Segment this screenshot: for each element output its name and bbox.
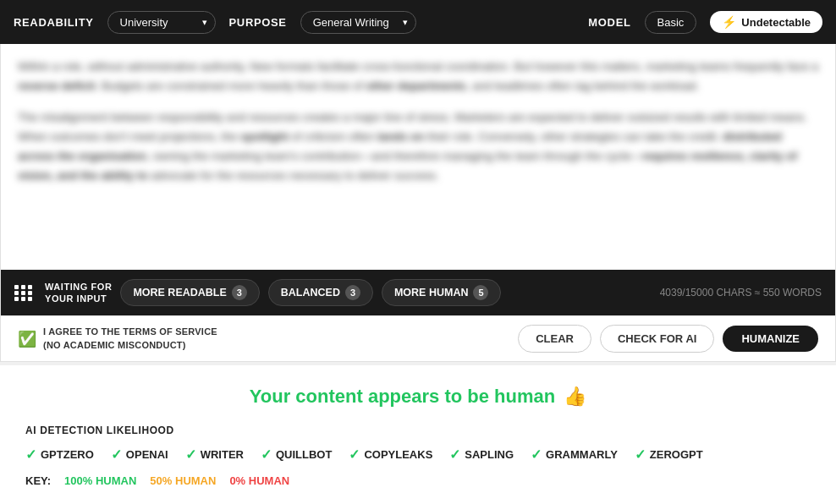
detection-section: AI DETECTION LIKELIHOOD ✓ GPTZERO ✓ OPEN… xyxy=(25,425,811,487)
more-readable-button[interactable]: MORE READABLE 3 xyxy=(120,279,259,306)
balanced-badge: 3 xyxy=(345,285,360,300)
readability-select-wrap: University High School Middle School Ele… xyxy=(107,11,216,34)
main-editor-area: Within a role, without administrative au… xyxy=(0,44,836,362)
clear-button[interactable]: CLEAR xyxy=(518,325,591,353)
purpose-label: PURPOSE xyxy=(229,16,287,29)
purpose-select-wrap: General Writing Essay Article Marketing … xyxy=(300,11,416,34)
detector-grammarly: ✓ GRAMMARLY xyxy=(531,446,618,463)
basic-model-button[interactable]: Basic xyxy=(645,11,697,34)
status-text: Your content appears to be human xyxy=(250,386,555,408)
detector-quillbot: ✓ QUILLBOT xyxy=(261,446,332,463)
terms-checkbox-wrap: ✅ I AGREE TO THE TERMS OF SERVICE (NO AC… xyxy=(18,326,217,352)
toolbar: READABILITY University High School Middl… xyxy=(0,0,836,44)
paragraph-2: The misalignment between responsibility … xyxy=(18,108,818,186)
key-0-human: 0% HUMAN xyxy=(229,474,289,487)
mode-bar: WAITING FOR YOUR INPUT MORE READABLE 3 B… xyxy=(1,270,835,315)
agreement-bar: ✅ I AGREE TO THE TERMS OF SERVICE (NO AC… xyxy=(1,315,835,361)
check-zerogpt-icon: ✓ xyxy=(635,446,646,463)
readability-select[interactable]: University High School Middle School Ele… xyxy=(107,11,216,34)
checkbox-checked-icon: ✅ xyxy=(18,330,36,348)
more-human-button[interactable]: MORE HUMAN 5 xyxy=(382,279,502,306)
openai-label: OPENAI xyxy=(126,448,168,461)
detection-title: AI DETECTION LIKELIHOOD xyxy=(25,425,811,436)
zerogpt-label: ZEROGPT xyxy=(650,448,703,461)
grammarly-label: GRAMMARLY xyxy=(546,448,618,461)
detector-openai: ✓ OPENAI xyxy=(111,446,168,463)
detector-writer: ✓ WRITER xyxy=(185,446,244,463)
detector-zerogpt: ✓ ZEROGPT xyxy=(635,446,703,463)
detector-gptzero: ✓ GPTZERO xyxy=(25,446,94,463)
readable-badge: 3 xyxy=(232,285,247,300)
char-count: 4039/15000 CHARS ≈ 550 WORDS xyxy=(660,287,822,299)
more-readable-label: MORE READABLE xyxy=(133,287,226,299)
quillbot-label: QUILLBOT xyxy=(276,448,332,461)
balanced-button[interactable]: BALANCED 3 xyxy=(268,279,373,306)
key-100-human: 100% HUMAN xyxy=(64,474,136,487)
check-for-ai-button[interactable]: CHECK FOR AI xyxy=(600,325,714,353)
balanced-label: BALANCED xyxy=(281,287,340,299)
paragraph-1: Within a role, without administrative au… xyxy=(18,58,818,96)
humanize-button[interactable]: HUMANIZE xyxy=(723,326,818,352)
undetectable-label: Undetectable xyxy=(741,16,811,29)
agreement-actions: CLEAR CHECK FOR AI HUMANIZE xyxy=(518,325,818,353)
waiting-text: WAITING FOR YOUR INPUT xyxy=(45,281,112,305)
check-grammarly-icon: ✓ xyxy=(531,446,542,463)
key-label: KEY: xyxy=(25,474,51,487)
detector-copyleaks: ✓ COPYLEAKS xyxy=(349,446,432,463)
sapling-label: SAPLING xyxy=(465,448,514,461)
human-status: Your content appears to be human 👍 xyxy=(25,386,811,408)
purpose-select[interactable]: General Writing Essay Article Marketing … xyxy=(300,11,416,34)
key-50-human: 50% HUMAN xyxy=(150,474,216,487)
detector-sapling: ✓ SAPLING xyxy=(449,446,514,463)
undetectable-model-button[interactable]: ⚡ Undetectable xyxy=(710,11,822,33)
detection-badges: ✓ GPTZERO ✓ OPENAI ✓ WRITER ✓ QUILLBOT ✓… xyxy=(25,446,811,463)
model-label: MODEL xyxy=(588,16,630,29)
readability-label: READABILITY xyxy=(14,16,94,29)
waiting-grid-icon xyxy=(14,285,33,301)
more-human-label: MORE HUMAN xyxy=(394,287,469,299)
thumbs-up-icon: 👍 xyxy=(564,386,586,408)
key-row: KEY: 100% HUMAN 50% HUMAN 0% HUMAN xyxy=(25,474,811,487)
check-sapling-icon: ✓ xyxy=(449,446,460,463)
check-copyleaks-icon: ✓ xyxy=(349,446,360,463)
check-quillbot-icon: ✓ xyxy=(261,446,272,463)
results-area: Your content appears to be human 👍 AI DE… xyxy=(0,362,836,504)
human-badge: 5 xyxy=(473,285,488,300)
lightning-icon: ⚡ xyxy=(722,15,736,29)
writer-label: WRITER xyxy=(201,448,244,461)
check-writer-icon: ✓ xyxy=(185,446,196,463)
copyleaks-label: COPYLEAKS xyxy=(364,448,432,461)
check-gptzero-icon: ✓ xyxy=(25,446,36,463)
text-content[interactable]: Within a role, without administrative au… xyxy=(1,44,835,270)
editor-text: Within a role, without administrative au… xyxy=(18,58,818,186)
check-openai-icon: ✓ xyxy=(111,446,122,463)
gptzero-label: GPTZERO xyxy=(41,448,94,461)
agreement-text: I AGREE TO THE TERMS OF SERVICE (NO ACAD… xyxy=(43,326,217,352)
